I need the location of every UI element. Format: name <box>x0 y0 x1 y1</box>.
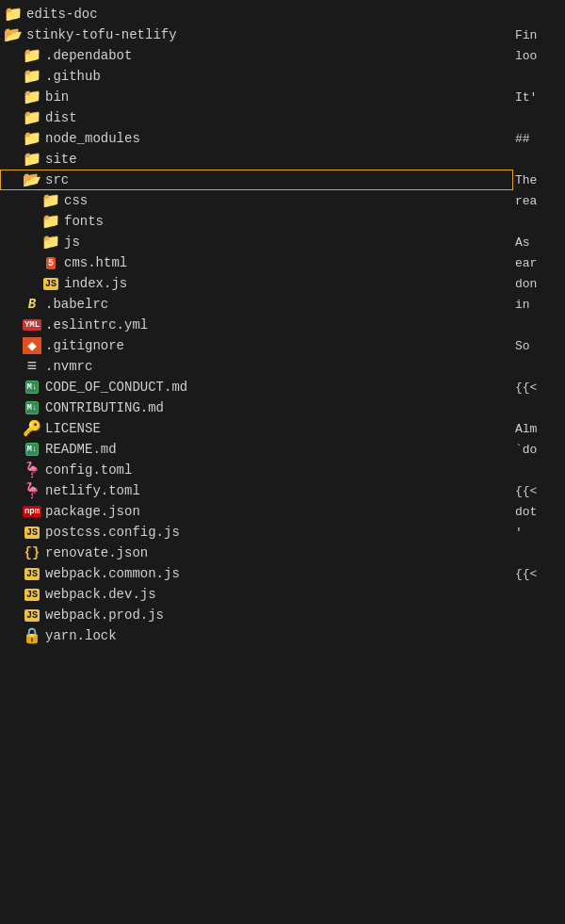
folder-open-icon: 📂 <box>23 171 41 188</box>
file-tree-item-bin[interactable]: 📁bin <box>0 87 513 107</box>
file-tree-item-contributing[interactable]: M↓CONTRIBUTING.md <box>0 397 513 418</box>
file-tree-label: edits-doc <box>26 7 98 22</box>
file-tree-label: netlify.toml <box>45 483 140 498</box>
file-tree-item-webpack-prod[interactable]: JSwebpack.prod.js <box>0 605 513 625</box>
file-tree-item-netlify-toml[interactable]: 🦩netlify.toml <box>0 480 513 501</box>
file-tree-label: README.md <box>45 442 117 457</box>
file-tree-label: CONTRIBUTING.md <box>45 400 164 415</box>
file-tree-item-webpack-common[interactable]: JSwebpack.common.js <box>0 563 513 584</box>
file-tree-item-readme[interactable]: M↓README.md <box>0 439 513 460</box>
right-panel-line-24: dot <box>513 501 565 522</box>
right-panel-line-2: loo <box>513 45 565 66</box>
renovate-icon: {} <box>23 544 41 561</box>
babel-icon: B <box>23 296 41 313</box>
right-panel-line-12: ear <box>513 252 565 273</box>
file-tree-item-gitignore[interactable]: ◆.gitignore <box>0 335 513 356</box>
file-tree-item-stinky-tofu-netlify[interactable]: 📂stinky-tofu-netlify <box>0 24 513 45</box>
right-panel-line-29 <box>513 605 565 625</box>
right-panel-line-8: The <box>513 170 565 190</box>
file-tree-item-github[interactable]: 📁.github <box>0 66 513 87</box>
right-panel-line-27: {{< <box>513 563 565 584</box>
file-tree-item-edits-doc[interactable]: 📁edits-doc <box>0 4 513 24</box>
md-icon: M↓ <box>23 399 41 416</box>
file-tree-item-config-toml[interactable]: 🦩config.toml <box>0 460 513 480</box>
file-tree-label: LICENSE <box>45 421 101 436</box>
folder-icon: 📁 <box>23 47 41 64</box>
html-icon: 5 <box>41 254 60 271</box>
npm-icon: npm <box>23 503 41 520</box>
file-tree-item-index-js[interactable]: JSindex.js <box>0 273 513 294</box>
file-tree-item-src[interactable]: 📂src <box>0 170 513 190</box>
file-tree-label: node_modules <box>45 131 140 146</box>
file-tree-label: webpack.prod.js <box>45 608 164 623</box>
file-tree-item-webpack-dev[interactable]: JSwebpack.dev.js <box>0 584 513 605</box>
license-icon: 🔑 <box>23 420 41 437</box>
folder-icon: 📁 <box>4 6 23 23</box>
file-tree-item-dependabot[interactable]: 📁.dependabot <box>0 45 513 66</box>
file-tree-item-css[interactable]: 📁css <box>0 190 513 211</box>
file-tree-item-babelrc[interactable]: B.babelrc <box>0 294 513 315</box>
js-icon: JS <box>23 607 41 624</box>
right-panel-line-13: don <box>513 273 565 294</box>
right-panel-line-21: `do <box>513 439 565 460</box>
right-panel-line-10 <box>513 211 565 232</box>
file-tree-label: bin <box>45 89 69 105</box>
file-tree-item-renovate-json[interactable]: {}renovate.json <box>0 543 513 563</box>
right-panel-line-4: It' <box>513 87 565 107</box>
file-tree-label: cms.html <box>64 255 127 270</box>
right-panel-line-22 <box>513 460 565 480</box>
right-panel: FinlooIt'##ThereaAseardoninSo{{<Alm`do{{… <box>513 0 565 924</box>
yml-icon: YML <box>23 316 41 333</box>
file-tree-item-node_modules[interactable]: 📁node_modules <box>0 128 513 149</box>
md-icon: M↓ <box>23 379 41 396</box>
folder-icon: 📁 <box>23 89 41 105</box>
file-tree-label: package.json <box>45 504 140 519</box>
git-icon: ◆ <box>23 337 41 354</box>
md-icon: M↓ <box>23 441 41 458</box>
file-tree-item-package-json[interactable]: npmpackage.json <box>0 501 513 522</box>
file-tree-item-nvmrc[interactable]: ≡.nvmrc <box>0 356 513 377</box>
file-tree-label: webpack.common.js <box>45 566 180 581</box>
file-tree-label: css <box>64 193 88 208</box>
right-panel-line-6: ## <box>513 128 565 149</box>
file-tree-label: postcss.config.js <box>45 525 180 540</box>
js-icon: JS <box>23 586 41 603</box>
right-panel-line-15 <box>513 315 565 335</box>
file-tree-label: .gitignore <box>45 338 124 353</box>
right-panel-line-17 <box>513 356 565 377</box>
file-tree-label: stinky-tofu-netlify <box>26 27 177 42</box>
file-tree-item-code-of-conduct[interactable]: M↓CODE_OF_CONDUCT.md <box>0 377 513 397</box>
file-tree-label: .github <box>45 69 101 84</box>
file-tree-item-cms-html[interactable]: 5cms.html <box>0 252 513 273</box>
right-panel-line-1: Fin <box>513 24 565 45</box>
folder-icon: 📁 <box>41 213 60 230</box>
right-panel-line-7 <box>513 149 565 170</box>
file-tree-label: src <box>45 172 69 187</box>
file-tree-label: renovate.json <box>45 545 148 560</box>
file-tree-item-js[interactable]: 📁js <box>0 232 513 252</box>
file-tree-item-fonts[interactable]: 📁fonts <box>0 211 513 232</box>
right-panel-line-23: {{< <box>513 480 565 501</box>
file-tree[interactable]: 📁edits-doc📂stinky-tofu-netlify📁.dependab… <box>0 0 513 924</box>
file-tree-item-postcss-config[interactable]: JSpostcss.config.js <box>0 522 513 543</box>
right-panel-line-19 <box>513 397 565 418</box>
js-icon: JS <box>41 275 60 292</box>
file-tree-label: js <box>64 235 80 250</box>
file-tree-label: site <box>45 152 77 167</box>
file-tree-item-license[interactable]: 🔑LICENSE <box>0 418 513 439</box>
folder-icon: 📁 <box>41 192 60 209</box>
right-panel-line-25: ' <box>513 522 565 543</box>
right-panel-line-5 <box>513 107 565 128</box>
file-tree-item-yarn-lock[interactable]: 🔒yarn.lock <box>0 625 513 646</box>
right-panel-line-9: rea <box>513 190 565 211</box>
file-tree-label: .babelrc <box>45 297 108 312</box>
folder-icon: 📁 <box>23 68 41 85</box>
file-tree-item-eslintrc[interactable]: YML.eslintrc.yml <box>0 315 513 335</box>
file-tree-item-dist[interactable]: 📁dist <box>0 107 513 128</box>
js-icon: JS <box>23 524 41 541</box>
nvmrc-icon: ≡ <box>23 358 41 375</box>
file-tree-item-site[interactable]: 📁site <box>0 149 513 170</box>
file-tree-label: CODE_OF_CONDUCT.md <box>45 380 187 395</box>
right-panel-line-16: So <box>513 335 565 356</box>
right-panel-line-11: As <box>513 232 565 252</box>
